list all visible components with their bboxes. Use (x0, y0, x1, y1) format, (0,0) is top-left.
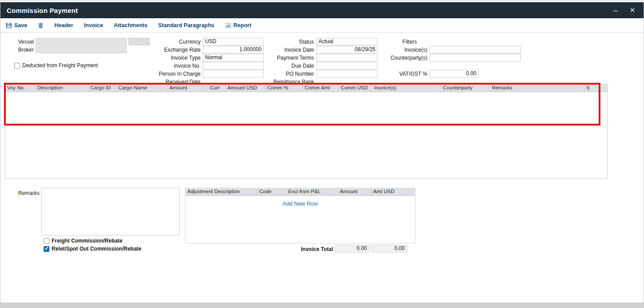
commission-lines-table: Voy No. Description Cargo ID Cargo Name … (5, 84, 608, 179)
vat-gst-label: VAT/GST % (378, 70, 427, 77)
exchange-rate-field[interactable]: 1.000000 (203, 46, 264, 53)
status-field[interactable]: Actual (316, 38, 378, 45)
tab-standard-paragraphs[interactable]: Standard Paragraphs (158, 22, 214, 28)
filters-title: Filters (392, 38, 427, 45)
tab-invoice[interactable]: Invoice (84, 22, 103, 28)
relet-spot-out-label: Relet/Spot Out Commission/Rebate (52, 246, 141, 252)
currency-field[interactable]: USD (203, 38, 264, 45)
toolbar: Save Header Invoice Attachments Standard… (0, 19, 644, 32)
minimize-button[interactable]: – (608, 2, 623, 18)
adjustments-table: Adjustment Description Code Excl from P&… (185, 188, 415, 243)
commission-lines-header-row: Voy No. Description Cargo ID Cargo Name … (5, 85, 607, 92)
window-title: Commission Payment (7, 7, 78, 14)
invoice-label: Invoice (84, 22, 103, 28)
column-header-cargo-name[interactable]: Cargo Name (117, 85, 168, 92)
currency-label: Currency (152, 38, 201, 45)
commission-payment-window: Commission Payment – ✕ Save Header Invoi… (0, 0, 644, 308)
column-header-curr[interactable]: Curr (208, 85, 225, 92)
deducted-from-freight-checkbox[interactable] (14, 63, 20, 69)
commission-lines-body[interactable] (5, 92, 607, 179)
freight-commission-label: Freight Commission/Rebate (52, 238, 122, 244)
delete-button[interactable] (38, 22, 44, 28)
filter-counterparty-field[interactable] (430, 54, 521, 61)
filter-counterparty-label: Counterparty(s) (378, 54, 427, 61)
report-label: Report (233, 22, 251, 28)
person-in-charge-label: Person In Charge (152, 70, 201, 77)
exchange-rate-label: Exchange Rate (152, 46, 201, 53)
invoice-date-field[interactable]: 08/29/25 (316, 46, 378, 53)
invoice-type-label: Invoice Type (152, 54, 201, 61)
column-header-remarks[interactable]: Remarks (490, 85, 584, 92)
filter-invoices-field[interactable] (430, 46, 521, 53)
column-header-cargo-id[interactable]: Cargo ID (89, 85, 117, 92)
column-header-comm-usd[interactable]: Comm USD (339, 85, 372, 92)
deducted-from-freight-label: Deducted from Freight Payment (22, 62, 98, 69)
vessel-code-field[interactable] (129, 38, 150, 45)
adj-column-code[interactable]: Code (258, 188, 286, 195)
filter-invoices-label: Invoice(s) (378, 46, 427, 53)
column-header-s[interactable]: S (584, 85, 607, 92)
column-header-comm-amt[interactable]: Comm Amt (303, 85, 339, 92)
invoice-type-field[interactable]: Normal (203, 54, 264, 61)
due-date-label: Due Date (263, 62, 314, 69)
header-label: Header (54, 22, 73, 28)
po-number-label: PO Number (263, 70, 314, 77)
invoice-total-label: Invoice Total (289, 246, 333, 253)
column-header-comm-pct[interactable]: Comm % (266, 85, 303, 92)
po-number-field[interactable] (316, 70, 378, 77)
column-header-invoices[interactable]: Invoice(s) (372, 85, 441, 92)
broker-label: Broker (0, 46, 34, 53)
vessel-field[interactable] (36, 38, 127, 45)
column-header-description[interactable]: Description (36, 85, 89, 92)
payment-terms-field[interactable] (316, 54, 378, 61)
close-button[interactable]: ✕ (625, 2, 640, 18)
remarks-textarea[interactable] (41, 188, 180, 235)
adj-column-description[interactable]: Adjustment Description (185, 188, 258, 195)
save-button[interactable]: Save (6, 22, 27, 28)
remarks-label: Remarks (14, 190, 40, 197)
freight-commission-checkbox[interactable] (44, 238, 49, 244)
toolbar-separator (0, 32, 644, 32)
column-header-amount[interactable]: Amount (168, 85, 208, 92)
column-header-voy-no[interactable]: Voy No. (5, 85, 36, 92)
vat-gst-field[interactable]: 0.00 (430, 70, 479, 77)
trash-icon (38, 22, 44, 28)
invoice-date-label: Invoice Date (263, 46, 314, 53)
payment-terms-label: Payment Terms (263, 54, 314, 61)
save-label: Save (14, 22, 27, 28)
titlebar: Commission Payment (0, 2, 644, 18)
column-header-counterparty[interactable]: Counterparty (441, 85, 490, 92)
relet-spot-out-checkbox[interactable] (44, 246, 49, 252)
due-date-field[interactable] (316, 62, 378, 69)
report-button[interactable]: Report (225, 22, 251, 28)
person-in-charge-field[interactable] (203, 70, 264, 77)
adj-column-amount[interactable]: Amount (338, 188, 371, 195)
tab-header[interactable]: Header (54, 22, 73, 28)
invoice-total-amount-field: 0.00 (335, 245, 370, 252)
status-label: Status (263, 38, 314, 45)
invoice-no-field[interactable] (203, 62, 264, 69)
report-icon (225, 23, 231, 28)
invoice-no-label: Invoice No. (152, 62, 201, 69)
standard-paragraphs-label: Standard Paragraphs (158, 22, 214, 28)
column-header-amount-usd[interactable]: Amount USD (225, 85, 266, 92)
adj-column-amt-usd[interactable]: Amt USD (371, 188, 415, 195)
window-bottom-edge (0, 303, 644, 308)
adj-column-excl-from-pnl[interactable]: Excl from P&L (286, 188, 338, 195)
vessel-label: Vessel (0, 38, 34, 45)
broker-field[interactable] (36, 46, 127, 53)
save-icon (6, 22, 12, 28)
add-new-row-link[interactable]: Add New Row (185, 201, 415, 207)
adjustments-header-row: Adjustment Description Code Excl from P&… (185, 188, 415, 196)
attachments-label: Attachments (114, 22, 148, 28)
invoice-total-usd-field: 0.00 (371, 245, 407, 252)
tab-attachments[interactable]: Attachments (114, 22, 148, 28)
